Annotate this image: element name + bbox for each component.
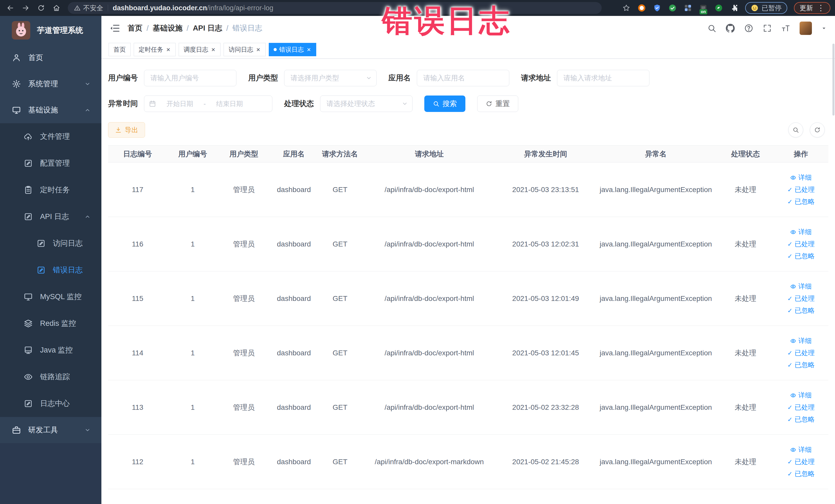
detail-link[interactable]: 详细	[790, 336, 812, 345]
breadcrumb-item[interactable]: 基础设施	[153, 23, 183, 33]
extension-icon-orange-ring[interactable]	[637, 4, 646, 12]
address-bar[interactable]: 不安全 dashboard.yudao.iocoder.cn/infra/log…	[68, 2, 602, 14]
tab-scheduled-tasks[interactable]: 定时任务×	[134, 43, 176, 56]
security-label[interactable]: 不安全	[83, 4, 103, 13]
fullscreen-icon[interactable]	[762, 24, 772, 33]
sidebar-item-api-log[interactable]: API 日志	[0, 203, 101, 230]
extensions-puzzle-icon[interactable]	[730, 4, 738, 12]
reset-button[interactable]: 重置	[477, 96, 518, 112]
close-icon[interactable]: ×	[211, 46, 216, 53]
tab-error-log[interactable]: 错误日志×	[269, 43, 316, 56]
detail-link[interactable]: 详细	[790, 173, 812, 182]
sidebar-item-mysql-monitor[interactable]: MySQL 监控	[0, 283, 101, 310]
start-date-input[interactable]	[159, 100, 201, 108]
sidebar-item-scheduled-tasks[interactable]: 定时任务	[0, 177, 101, 203]
extension-icon-blue-shield[interactable]	[653, 4, 661, 12]
font-size-icon[interactable]	[781, 24, 790, 33]
page-url[interactable]: dashboard.yudao.iocoder.cn/infra/log/api…	[113, 4, 273, 12]
sidebar-item-java-monitor[interactable]: Java 监控	[0, 337, 101, 364]
cell-time: 2021-05-03 23:13:51	[497, 163, 594, 217]
bookmark-star-icon[interactable]	[622, 4, 631, 12]
cell-user_type: 管理员	[218, 326, 269, 380]
reset-button-label: 重置	[495, 99, 510, 108]
detail-link[interactable]: 详细	[790, 227, 812, 237]
cell-value: 未处理	[735, 349, 756, 357]
cell-method: GET	[318, 326, 361, 380]
processed-link[interactable]: ✓已处理	[787, 457, 814, 466]
user-type-select[interactable]	[284, 70, 376, 86]
cell-value: 1	[191, 240, 195, 248]
sidebar-item-error-log[interactable]: 错误日志	[0, 257, 101, 283]
tab-home[interactable]: 首页	[108, 43, 131, 56]
user-id-input[interactable]	[144, 70, 237, 86]
browser-back-button[interactable]	[5, 2, 16, 14]
sidebar-item-access-log[interactable]: 访问日志	[0, 230, 101, 257]
processed-link[interactable]: ✓已处理	[787, 348, 814, 357]
date-range-picker[interactable]: -	[144, 96, 272, 112]
refresh-button[interactable]	[810, 122, 825, 137]
sidebar-item-home[interactable]: 首页	[0, 45, 101, 71]
sidebar-item-redis-monitor[interactable]: Redis 监控	[0, 310, 101, 337]
sidebar-item-log-center[interactable]: 日志中心	[0, 390, 101, 417]
browser-update-menu[interactable]: 更新 ⋮	[794, 2, 830, 14]
close-icon[interactable]: ×	[256, 46, 261, 53]
breadcrumb-item[interactable]: API 日志	[193, 23, 222, 33]
ignored-link[interactable]: ✓已忽略	[787, 197, 814, 206]
sidebar-item-file-management[interactable]: 文件管理	[0, 123, 101, 150]
edit-square-icon	[37, 239, 46, 248]
cell-user_id: 1	[167, 380, 218, 435]
app-name-input[interactable]	[417, 70, 509, 86]
app-logo-row[interactable]: 芋道管理系统	[0, 16, 101, 45]
cell-url: /api/infra/db-doc/export-html	[362, 217, 497, 271]
cell-value: 117	[132, 186, 143, 194]
extension-icon-with-on-badge[interactable]: on	[699, 4, 708, 12]
detail-link[interactable]: 详细	[790, 391, 812, 400]
ignored-link[interactable]: ✓已忽略	[787, 361, 814, 369]
export-button[interactable]: 导出	[108, 122, 145, 138]
processed-link[interactable]: ✓已处理	[787, 294, 814, 303]
ignored-link[interactable]: ✓已忽略	[787, 415, 814, 424]
browser-home-button[interactable]	[51, 2, 62, 14]
search-button[interactable]: 搜索	[424, 96, 465, 112]
toggle-search-button[interactable]	[788, 122, 803, 137]
scrollbar-thumb[interactable]	[832, 44, 834, 116]
processed-link[interactable]: ✓已处理	[787, 240, 814, 248]
header-search-icon[interactable]	[707, 24, 716, 33]
close-icon[interactable]: ×	[166, 46, 171, 53]
profile-paused-badge[interactable]: 已暂停	[745, 2, 787, 14]
tab-access-log[interactable]: 访问日志×	[224, 43, 265, 56]
help-question-icon[interactable]	[744, 24, 753, 33]
browser-forward-button[interactable]	[20, 2, 31, 14]
user-avatar[interactable]	[799, 22, 812, 35]
processed-link[interactable]: ✓已处理	[787, 403, 814, 412]
sidebar-item-label: 访问日志	[53, 238, 83, 248]
processed-link[interactable]: ✓已处理	[787, 185, 814, 194]
tab-schedule-log[interactable]: 调度日志×	[179, 43, 221, 56]
cell-value: /api/infra/db-doc/export-html	[385, 295, 474, 302]
sidebar-item-system-management[interactable]: 系统管理	[0, 71, 101, 97]
sidebar-item-infrastructure[interactable]: 基础设施	[0, 97, 101, 123]
avatar-caret-down-icon[interactable]	[821, 25, 827, 31]
end-date-input[interactable]	[208, 100, 251, 108]
extension-icon-grid[interactable]	[684, 4, 692, 12]
check-icon: ✓	[787, 187, 792, 193]
extension-icon-green-check[interactable]	[668, 4, 677, 12]
sidebar-item-config-management[interactable]: 配置管理	[0, 150, 101, 177]
detail-link[interactable]: 详细	[790, 282, 812, 291]
action-label: 已处理	[794, 348, 814, 357]
breadcrumb-item[interactable]: 首页	[127, 23, 142, 33]
request-url-input[interactable]	[557, 70, 649, 86]
hamburger-icon[interactable]	[109, 23, 120, 33]
extension-icon-green-leaf[interactable]	[714, 4, 723, 12]
cell-url: /api/infra/db-doc/export-html	[362, 380, 497, 435]
ignored-link[interactable]: ✓已忽略	[787, 251, 814, 261]
detail-link[interactable]: 详细	[790, 445, 812, 454]
ignored-link[interactable]: ✓已忽略	[787, 469, 814, 478]
sidebar-item-dev-tools[interactable]: 研发工具	[0, 417, 101, 443]
github-icon[interactable]	[726, 24, 735, 33]
ignored-link[interactable]: ✓已忽略	[787, 306, 814, 315]
close-icon[interactable]: ×	[306, 46, 311, 53]
process-status-select[interactable]	[320, 96, 412, 112]
sidebar-item-trace[interactable]: 链路追踪	[0, 364, 101, 390]
browser-reload-button[interactable]	[36, 2, 47, 14]
